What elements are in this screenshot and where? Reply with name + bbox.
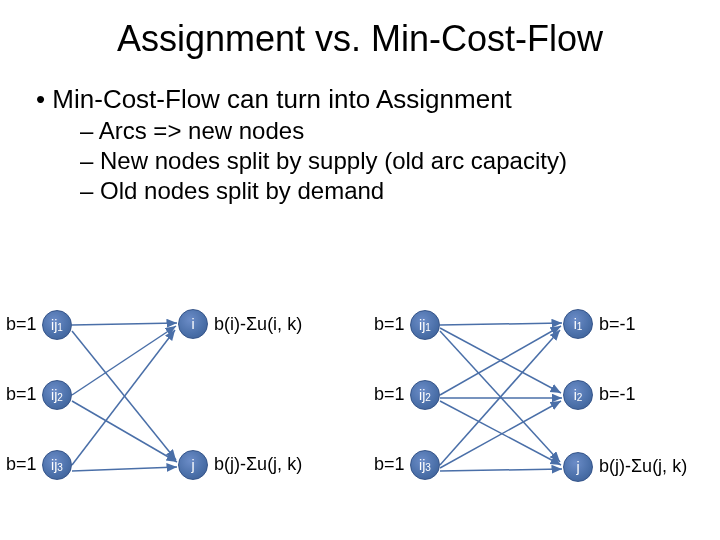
node-j-right-text: j xyxy=(576,459,579,475)
node-ij3-left-sub: 3 xyxy=(57,462,63,473)
label-b1-left-1: b=1 xyxy=(6,314,37,335)
svg-line-14 xyxy=(440,469,562,471)
node-j-left: j xyxy=(178,450,208,480)
slide: Assignment vs. Min-Cost-Flow Min-Cost-Fl… xyxy=(0,0,720,540)
node-ij3-left: ij3 xyxy=(42,450,72,480)
label-b1-left-2: b=1 xyxy=(6,384,37,405)
svg-line-6 xyxy=(440,323,562,325)
bullet-sub-1: Arcs => new nodes xyxy=(80,117,720,145)
page-title: Assignment vs. Min-Cost-Flow xyxy=(0,0,720,60)
node-ij2-left-sub: 2 xyxy=(57,392,63,403)
bullet-main: Min-Cost-Flow can turn into Assignment xyxy=(36,84,720,115)
label-b1-right-1: b=1 xyxy=(374,314,405,335)
svg-line-5 xyxy=(72,467,177,471)
label-formula-j-left: b(j)-Σu(j, k) xyxy=(214,454,302,475)
label-formula-j-right: b(j)-Σu(j, k) xyxy=(599,456,687,477)
label-formula-i: b(i)-Σu(i, k) xyxy=(214,314,302,335)
svg-line-9 xyxy=(440,326,561,395)
diagram: b=1 ij1 b=1 ij2 b=1 ij3 i b(i)-Σu(i, k) … xyxy=(0,290,720,540)
svg-line-3 xyxy=(72,401,177,462)
bullet-sub-3: Old nodes split by demand xyxy=(80,177,720,205)
node-i1-right-sub: 1 xyxy=(577,321,583,332)
svg-line-0 xyxy=(72,323,177,325)
label-bm1-right-1: b=-1 xyxy=(599,314,636,335)
label-b1-left-3: b=1 xyxy=(6,454,37,475)
node-i2-right-sub: 2 xyxy=(577,392,583,403)
node-i-left: i xyxy=(178,309,208,339)
node-ij3-right: ij3 xyxy=(410,450,440,480)
label-bm1-right-2: b=-1 xyxy=(599,384,636,405)
node-ij2-left: ij2 xyxy=(42,380,72,410)
node-ij2-right: ij2 xyxy=(410,380,440,410)
svg-line-2 xyxy=(72,326,176,395)
label-b1-right-3: b=1 xyxy=(374,454,405,475)
node-ij3-right-sub: 3 xyxy=(425,462,431,473)
label-b1-right-2: b=1 xyxy=(374,384,405,405)
bullet-sub-2: New nodes split by supply (old arc capac… xyxy=(80,147,720,175)
node-ij1-left-sub: 1 xyxy=(57,322,63,333)
node-ij1-right-sub: 1 xyxy=(425,322,431,333)
node-j-right: j xyxy=(563,452,593,482)
node-ij2-right-sub: 2 xyxy=(425,392,431,403)
node-i-left-text: i xyxy=(191,316,194,332)
node-ij1-left: ij1 xyxy=(42,310,72,340)
node-i2-right: i2 xyxy=(563,380,593,410)
node-ij1-right: ij1 xyxy=(410,310,440,340)
node-j-left-text: j xyxy=(191,457,194,473)
node-i1-right: i1 xyxy=(563,309,593,339)
